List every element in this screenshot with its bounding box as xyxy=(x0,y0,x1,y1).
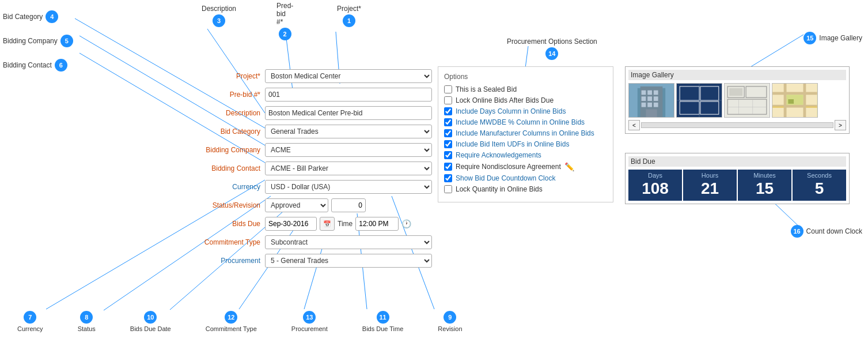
option-require-ack: Require Acknowledgements xyxy=(444,151,607,159)
description-field-label: Description xyxy=(190,109,265,117)
badge-11: 11 xyxy=(377,311,389,324)
options-title: Options xyxy=(444,73,607,81)
bottom-label-9: 9 Revision xyxy=(438,311,462,332)
gallery-scrollbar[interactable] xyxy=(641,122,833,128)
badge-7: 7 xyxy=(24,311,36,324)
status-field-label: Status/Revision xyxy=(190,201,265,209)
bid-category-select[interactable]: General Trades xyxy=(265,125,432,138)
calendar-button[interactable]: 📅 xyxy=(320,217,335,231)
bids-due-row: Bids Due Sep-30-2016 📅 Time 12:00 PM 🕐 xyxy=(190,217,432,231)
currency-field-label: Currency xyxy=(190,183,265,191)
minutes-cell: Minutes 15 xyxy=(738,170,791,201)
checkbox-include-days[interactable] xyxy=(444,107,452,115)
badge-16: 16 xyxy=(791,225,803,238)
commitment-type-select[interactable]: Subcontract xyxy=(265,235,432,249)
currency-row: Currency USD - Dollar (USA) xyxy=(190,180,432,194)
svg-rect-23 xyxy=(647,96,652,101)
checkbox-sealed-bid[interactable] xyxy=(444,85,452,93)
status-bottom-label: Status xyxy=(78,325,96,332)
status-select[interactable]: Approved xyxy=(265,198,328,212)
gallery-thumb-blueprint1[interactable] xyxy=(676,83,722,118)
show-countdown-link[interactable]: Show Bid Due Countdown Clock xyxy=(456,174,555,182)
bottom-label-8: 8 Status xyxy=(78,311,96,332)
bidding-company-select[interactable]: ACME xyxy=(265,143,432,157)
badge-8: 8 xyxy=(80,311,93,324)
commitment-type-field-label: Commitment Type xyxy=(190,238,265,246)
options-panel: Options This is a Sealed Bid Lock Online… xyxy=(438,66,613,202)
badge-3: 3 xyxy=(213,14,225,27)
revision-bottom-label: Revision xyxy=(438,325,462,332)
gallery-thumb-blueprint2[interactable] xyxy=(724,83,770,118)
seconds-header: Seconds xyxy=(794,172,845,179)
include-mfr-label: Include Manufacturer Columns in Online B… xyxy=(456,129,594,137)
include-mfr-link[interactable]: Include Manufacturer Columns in Online B… xyxy=(456,129,594,137)
procurement-select[interactable]: 5 - General Trades xyxy=(265,254,432,268)
include-mwdbe-link[interactable]: Include MWDBE % Column in Online Bids xyxy=(456,118,585,126)
checkbox-lock-online[interactable] xyxy=(444,96,452,104)
option-require-nda: Require Nondisclosure Agreement ✏️ xyxy=(444,162,607,171)
badge-4: 4 xyxy=(46,10,58,23)
bids-due-date-bottom-label: Bids Due Date xyxy=(130,325,171,332)
prebid-input[interactable]: 001 xyxy=(265,88,432,102)
checkbox-show-countdown[interactable] xyxy=(444,174,452,182)
include-days-link[interactable]: Include Days Column in Online Bids xyxy=(456,107,566,115)
badge-10: 10 xyxy=(144,311,157,324)
proc-options-text: Procurement Options Section xyxy=(507,37,597,46)
project-select[interactable]: Boston Medical Center xyxy=(265,69,432,83)
status-revision-row: Status/Revision Approved 0 xyxy=(190,198,432,212)
description-input[interactable]: Boston Medical Center Pre-bid xyxy=(265,106,432,120)
procurement-row: Procurement 5 - General Trades xyxy=(190,254,432,268)
checkbox-include-mfr[interactable] xyxy=(444,129,452,137)
gallery-thumb-building[interactable] xyxy=(628,83,674,118)
image-gallery-panel: Image Gallery xyxy=(625,66,850,134)
option-include-days: Include Days Column in Online Bids xyxy=(444,107,607,115)
bottom-label-10: 10 Bids Due Date xyxy=(130,311,171,332)
badge-5: 5 xyxy=(60,35,73,47)
show-countdown-label: Show Bid Due Countdown Clock xyxy=(456,174,555,182)
commitment-type-bottom-label: Commitment Type xyxy=(206,325,257,332)
description-row: Description Boston Medical Center Pre-bi… xyxy=(190,106,432,120)
bidding-contact-label-text: Bidding Contact xyxy=(3,61,52,69)
image-gallery-annotation: 15 Image Gallery xyxy=(803,32,862,44)
badge-1: 1 xyxy=(343,14,355,27)
checkbox-include-mwdbe[interactable] xyxy=(444,118,452,126)
bidding-company-row: Bidding Company ACME xyxy=(190,143,432,157)
gallery-next-button[interactable]: > xyxy=(835,120,846,130)
option-include-udfs: Include Bid Item UDFs in Online Bids xyxy=(444,140,607,148)
checkbox-lock-qty[interactable] xyxy=(444,185,452,193)
currency-select[interactable]: USD - Dollar (USA) xyxy=(265,180,432,194)
countdown-clock-annotation-label: Count down Clock xyxy=(806,227,862,235)
svg-rect-20 xyxy=(647,91,652,95)
svg-rect-28 xyxy=(646,109,657,117)
require-nda-label: Require Nondisclosure Agreement xyxy=(456,163,561,171)
description-top-label: Description xyxy=(202,5,236,13)
procurement-bottom-label: Procurement xyxy=(291,325,328,332)
seconds-value: 5 xyxy=(794,179,845,198)
checkbox-include-udfs[interactable] xyxy=(444,140,452,148)
bidding-contact-row: Bidding Contact ACME - Bill Parker xyxy=(190,162,432,175)
left-annotations: Bid Category 4 Bidding Company 5 Bidding… xyxy=(3,10,73,82)
edit-nda-icon[interactable]: ✏️ xyxy=(564,162,574,171)
include-days-label: Include Days Column in Online Bids xyxy=(456,107,566,115)
commitment-type-row: Commitment Type Subcontract xyxy=(190,235,432,249)
checkbox-require-ack[interactable] xyxy=(444,151,452,159)
bidding-contact-select[interactable]: ACME - Bill Parker xyxy=(265,162,432,175)
gallery-thumb-map[interactable] xyxy=(772,83,818,118)
option-include-mfr: Include Manufacturer Columns in Online B… xyxy=(444,129,607,137)
revision-input[interactable]: 0 xyxy=(331,198,366,212)
bid-category-row: Bid Category General Trades xyxy=(190,125,432,138)
badge-2: 2 xyxy=(279,28,291,40)
svg-rect-47 xyxy=(784,84,787,117)
bidding-company-field-label: Bidding Company xyxy=(190,146,265,154)
include-udfs-link[interactable]: Include Bid Item UDFs in Online Bids xyxy=(456,140,569,148)
require-ack-link[interactable]: Require Acknowledgements xyxy=(456,151,541,159)
checkbox-require-nda[interactable] xyxy=(444,163,452,171)
bids-due-date-input[interactable]: Sep-30-2016 xyxy=(265,217,317,231)
proc-options-annotation: Procurement Options Section 14 xyxy=(507,37,597,60)
option-sealed-bid: This is a Sealed Bid xyxy=(444,85,607,93)
gallery-prev-button[interactable]: < xyxy=(628,120,640,130)
bid-category-label-text: Bid Category xyxy=(3,13,43,21)
project-row: Project* Boston Medical Center xyxy=(190,69,432,83)
bids-due-time-input[interactable]: 12:00 PM xyxy=(355,217,399,231)
include-mwdbe-label: Include MWDBE % Column in Online Bids xyxy=(456,118,585,126)
